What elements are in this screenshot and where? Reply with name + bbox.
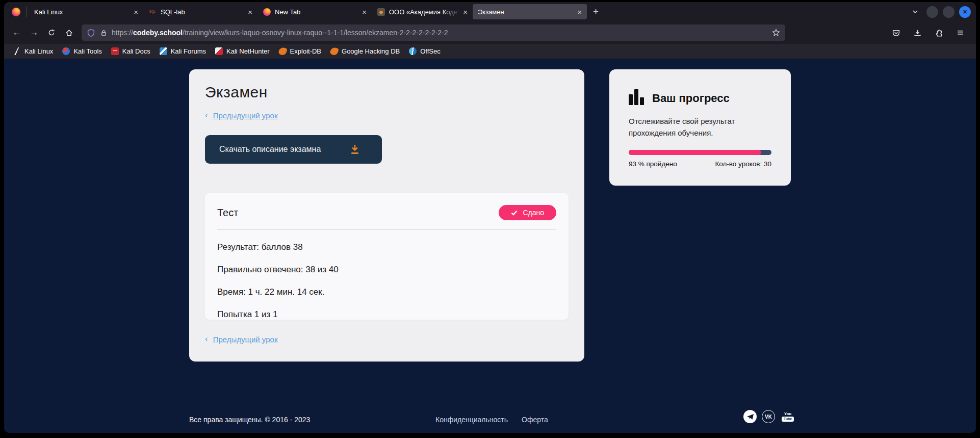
bookmark-exploit-db[interactable]: Exploit-DB <box>276 45 324 58</box>
maximize-button[interactable] <box>943 6 955 18</box>
menu-hamburger-icon[interactable] <box>951 24 969 41</box>
lock-icon[interactable] <box>100 29 108 37</box>
codeby-favicon <box>377 8 385 16</box>
bookmark-kali-docs[interactable]: Kali Docs <box>108 45 153 58</box>
tab-title: New Tab <box>275 8 358 16</box>
window-controls: × <box>926 6 971 18</box>
offer-link[interactable]: Оферта <box>522 416 548 424</box>
result-attempt: Попытка 1 из 1 <box>217 310 556 320</box>
tab-kali-linux[interactable]: Kali Linux × <box>29 4 143 19</box>
youtube-icon[interactable]: You Tube <box>780 410 795 423</box>
tab-title: Экзамен <box>478 8 573 16</box>
result-correct: Правильно отвечено: 38 из 40 <box>217 265 556 275</box>
chevron-left-icon: ‹ <box>205 110 208 120</box>
reload-button[interactable] <box>43 24 60 41</box>
kali-docs-icon <box>111 47 119 55</box>
exam-card: Экзамен ‹ Предыдущий урок Скачать описан… <box>189 69 584 362</box>
tab-close-icon[interactable]: × <box>577 8 582 16</box>
progress-bar <box>629 150 771 155</box>
test-title: Тест <box>217 207 238 219</box>
status-badge-passed: Сдано <box>499 205 556 220</box>
download-exam-description-button[interactable]: Скачать описание экзамна <box>205 135 382 164</box>
kali-dragon-icon <box>13 47 21 55</box>
exploit-db-icon <box>278 46 288 56</box>
offsec-icon <box>409 47 417 55</box>
tab-close-icon[interactable]: × <box>248 8 252 16</box>
bookmark-kali-forums[interactable]: Kali Forums <box>157 45 209 58</box>
back-button[interactable]: ← <box>8 24 25 41</box>
bookmarks-bar: Kali Linux Kali Tools Kali Docs Kali For… <box>4 44 976 59</box>
tab-title: Kali Linux <box>34 8 130 16</box>
navigation-toolbar: ← → https://codeby.school/traini <box>4 21 976 44</box>
new-tab-button[interactable]: + <box>587 6 605 17</box>
progress-bar-fill <box>629 150 761 155</box>
tab-ekzamen-active[interactable]: Экзамен × <box>473 4 587 19</box>
tab-codeby-academy[interactable]: ООО «Академия Кодеба × <box>372 4 473 19</box>
kali-tools-icon <box>62 47 70 55</box>
bookmark-kali-tools[interactable]: Kali Tools <box>59 45 105 58</box>
url-scheme: https:// <box>112 29 133 37</box>
bookmark-star-icon[interactable] <box>772 29 780 37</box>
previous-lesson-link-bottom[interactable]: ‹ Предыдущий урок <box>205 334 569 344</box>
bar-chart-icon <box>629 89 644 105</box>
shield-icon[interactable] <box>87 29 95 37</box>
page-title: Экзамен <box>205 84 569 101</box>
progress-description: Отслеживайте свой результат прохождения … <box>629 115 756 139</box>
tab-close-icon[interactable]: × <box>134 8 138 16</box>
download-icon <box>348 143 362 156</box>
chevron-left-icon: ‹ <box>205 334 208 344</box>
firefox-icon <box>12 8 20 16</box>
progress-percent-label: 93 % пройдено <box>629 160 677 168</box>
forward-button[interactable]: → <box>25 24 43 41</box>
url-text[interactable]: https://codeby.school/training/view/kurs… <box>112 29 772 37</box>
tab-close-icon[interactable]: × <box>362 8 367 16</box>
telegram-icon[interactable] <box>743 410 757 423</box>
url-bar[interactable]: https://codeby.school/training/view/kurs… <box>82 24 785 41</box>
close-window-button[interactable]: × <box>959 6 971 18</box>
kali-forums-icon <box>160 47 167 55</box>
firefox-favicon <box>263 8 271 16</box>
bookmark-kali-linux[interactable]: Kali Linux <box>10 45 56 58</box>
page-content: Экзамен ‹ Предыдущий урок Скачать описан… <box>4 59 976 433</box>
bookmark-kali-nethunter[interactable]: Kali NetHunter <box>212 45 273 58</box>
url-domain: codeby.school <box>133 29 183 37</box>
browser-window: Kali Linux × SQL SQL-lab × New Tab × ООО… <box>4 2 976 433</box>
tab-separator <box>27 7 27 17</box>
tab-close-icon[interactable]: × <box>463 8 468 16</box>
progress-title: Ваш прогресс <box>652 93 730 105</box>
downloads-icon[interactable] <box>909 24 926 41</box>
url-path: /training/view/kurs-laquo-osnovy-linux-r… <box>183 29 448 37</box>
tab-title: SQL-lab <box>161 8 244 16</box>
lessons-count-label: Кол-во уроков: 30 <box>715 160 771 168</box>
sql-favicon: SQL <box>148 8 157 16</box>
minimize-button[interactable] <box>926 6 938 18</box>
privacy-link[interactable]: Конфиденциальность <box>435 416 508 424</box>
tab-sql-lab[interactable]: SQL SQL-lab × <box>143 4 257 19</box>
result-score: Результат: баллов 38 <box>217 242 556 252</box>
tab-bar: Kali Linux × SQL SQL-lab × New Tab × ООО… <box>4 2 976 21</box>
ghdb-icon <box>329 46 339 56</box>
result-time: Время: 1 ч. 22 мин. 14 сек. <box>217 287 556 297</box>
copyright-text: Все права защищены. © 2016 - 2023 <box>189 416 310 424</box>
bookmark-offsec[interactable]: OffSec <box>406 45 444 58</box>
vk-icon[interactable]: VK <box>762 410 775 423</box>
previous-lesson-link-top[interactable]: ‹ Предыдущий урок <box>205 110 569 120</box>
tab-title: ООО «Академия Кодеба <box>389 8 459 16</box>
progress-card: Ваш прогресс Отслеживайте свой результат… <box>609 69 791 186</box>
firefox-view-button[interactable] <box>7 5 24 19</box>
check-icon <box>511 210 518 216</box>
kali-nethunter-icon <box>215 47 223 55</box>
bookmark-google-hacking-db[interactable]: Google Hacking DB <box>327 45 403 58</box>
home-button[interactable] <box>60 24 78 41</box>
extensions-puzzle-icon[interactable] <box>930 24 947 41</box>
test-result-card: Тест Сдано Результат: баллов 38 Правильн… <box>205 193 569 320</box>
pocket-icon[interactable] <box>887 24 905 41</box>
list-all-tabs-chevron-icon[interactable] <box>911 8 919 16</box>
tab-new-tab[interactable]: New Tab × <box>257 4 372 19</box>
